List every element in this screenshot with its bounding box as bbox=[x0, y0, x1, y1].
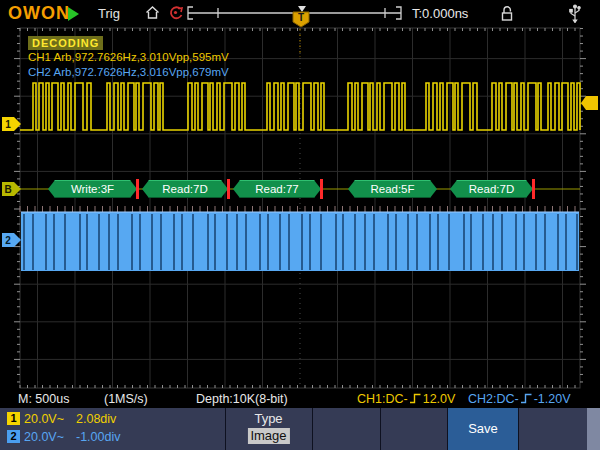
ch2-position-marker[interactable]: 2 bbox=[2, 233, 21, 247]
decode-error-mark bbox=[320, 179, 323, 199]
ch1-badge: 1 bbox=[7, 412, 20, 425]
svg-text:T: T bbox=[298, 12, 304, 23]
menu-divider bbox=[312, 408, 313, 450]
ch2-coupling-label: CH2:DC- bbox=[468, 392, 519, 406]
timebase-readout: M: 500us bbox=[18, 392, 69, 406]
menu-side-strip bbox=[587, 408, 600, 450]
oscilloscope-screen: OWON Trig T:0.000ns bbox=[0, 0, 600, 450]
ch1-scale-readout: 20.0V~ bbox=[24, 412, 64, 426]
ch2-trigger-level: -1.20V bbox=[534, 392, 571, 406]
decode-frame: Read:7D bbox=[450, 180, 533, 198]
ch2-offset-readout: -1.00div bbox=[76, 430, 120, 444]
ch2-scale-readout: 20.0V~ bbox=[24, 430, 64, 444]
ch1-coupling-label: CH1:DC- bbox=[357, 392, 408, 406]
rising-edge-icon bbox=[409, 392, 422, 405]
trigger-level-arrow[interactable] bbox=[581, 96, 598, 110]
decode-frame: Read:77 bbox=[233, 180, 321, 198]
ch1-trigger-level: 12.0V bbox=[423, 392, 456, 406]
decoding-badge: DECODING bbox=[28, 36, 103, 50]
menu-divider bbox=[518, 408, 519, 450]
decode-frames-row: Write:3FRead:7DRead:77Read:5FRead:7D bbox=[0, 180, 600, 200]
ch1-measurement-readout: CH1 Arb,972.7626Hz,3.010Vpp,595mV bbox=[28, 51, 229, 63]
status-bar: M: 500us (1MS/s) Depth:10K(8-bit) CH1:DC… bbox=[0, 390, 600, 408]
decode-frame: Write:3F bbox=[48, 180, 137, 198]
rising-edge-icon bbox=[520, 392, 533, 405]
ch2-measurement-readout: CH2 Arb,972.7626Hz,3.016Vpp,679mV bbox=[28, 66, 229, 78]
ch1-waveform bbox=[20, 83, 580, 130]
type-value-selected[interactable]: Image bbox=[247, 428, 289, 444]
decode-frame: Read:5F bbox=[348, 180, 437, 198]
save-button[interactable]: Save bbox=[448, 408, 518, 450]
ch2-trigger-readout: CH2:DC--1.20V bbox=[468, 392, 571, 406]
ch2-waveform bbox=[21, 212, 579, 271]
decode-error-mark bbox=[532, 179, 535, 199]
decode-frame: Read:7D bbox=[142, 180, 228, 198]
memory-depth-readout: Depth:10K(8-bit) bbox=[196, 392, 288, 406]
decode-error-mark bbox=[136, 179, 139, 199]
ch1-offset-readout: 2.08div bbox=[76, 412, 116, 426]
bottom-menu: 1 20.0V~ 2.08div 2 20.0V~ -1.00div Type … bbox=[0, 408, 600, 450]
decode-error-mark bbox=[227, 179, 230, 199]
menu-type-cell[interactable]: Type Image bbox=[225, 408, 312, 450]
type-label: Type bbox=[225, 411, 312, 426]
menu-divider bbox=[380, 408, 381, 450]
svg-text:1: 1 bbox=[5, 119, 11, 130]
ch2-badge: 2 bbox=[7, 430, 20, 443]
trigger-tag[interactable]: T bbox=[293, 12, 309, 27]
ch1-trigger-readout: CH1:DC-12.0V bbox=[357, 392, 455, 406]
sample-rate-readout: (1MS/s) bbox=[104, 392, 148, 406]
svg-text:2: 2 bbox=[5, 235, 11, 246]
